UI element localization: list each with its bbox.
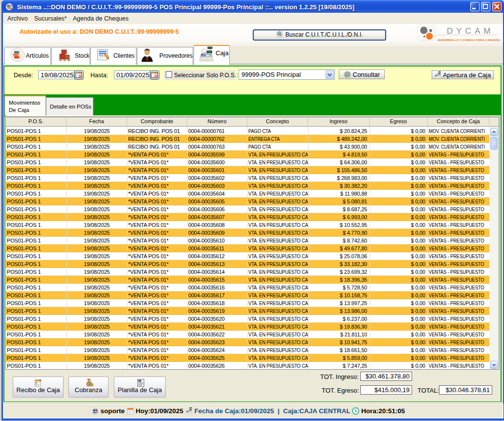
svg-text:DESARROLLO Y CONSULTORIA A MED: DESARROLLO Y CONSULTORIA A MEDIDA bbox=[438, 38, 501, 42]
svg-text:DYCAM: DYCAM bbox=[447, 26, 494, 36]
svg-text:$: $ bbox=[88, 382, 90, 386]
